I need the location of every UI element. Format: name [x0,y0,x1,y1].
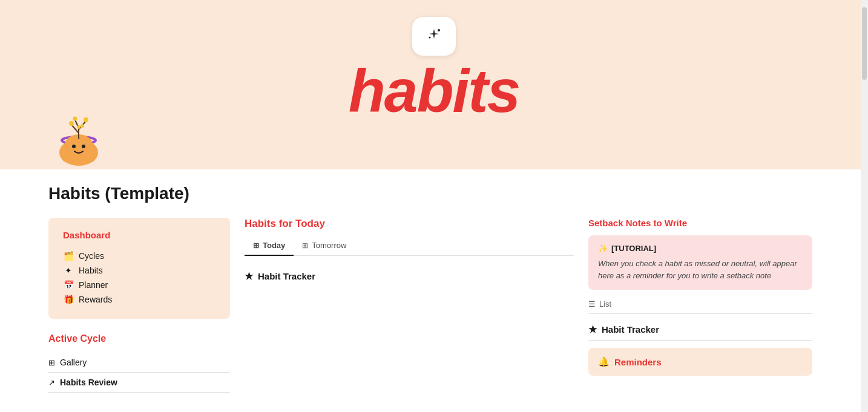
active-cycle-section: Active Cycle ⊞ Gallery ↗ Habits Review [48,331,230,395]
reminders-header: 🔔 Reminders [598,356,803,367]
list-label-text: List [599,299,611,309]
tutorial-card: ✨ [TUTORIAL] When you check a habit as m… [588,235,812,290]
hero-mascot [48,103,109,169]
svg-point-15 [73,117,77,121]
page-content: Habits (Template) Dashboard 🗂️ Cycles ✦ … [0,169,861,412]
planner-icon: 📅 [63,280,74,290]
sparkle-logo-icon [422,25,446,47]
svg-point-17 [81,124,84,128]
center-panel: Habits for Today ⊞ Today ⊞ Tomorrow ★ Ha… [245,218,574,287]
habit-tracker-star-icon: ★ [245,270,253,282]
gallery-label: Gallery [60,358,87,367]
setback-tracker-label: Habit Tracker [602,324,659,335]
tutorial-body: When you check a habit as missed or neut… [598,258,803,281]
reminders-label: Reminders [614,357,662,367]
dashboard-item-rewards[interactable]: 🎁 Rewards [63,292,215,307]
habits-today-title: Habits for Today [245,218,574,230]
logo-bubble [412,17,456,56]
svg-point-7 [72,145,76,148]
tab-tomorrow[interactable]: ⊞ Tomorrow [294,237,355,256]
active-cycle-gallery[interactable]: ⊞ Gallery [48,353,230,373]
svg-point-8 [82,145,85,148]
dashboard-item-cycles[interactable]: 🗂️ Cycles [63,249,215,263]
habit-tracker-row: ★ Habit Tracker [245,266,574,287]
tutorial-header: ✨ [TUTORIAL] [598,244,803,253]
dashboard-item-habits[interactable]: ✦ Habits [63,263,215,278]
gallery-grid-icon: ⊞ [48,358,55,367]
tomorrow-tab-label: Tomorrow [312,241,346,250]
svg-point-14 [84,117,88,122]
dashboard-item-planner[interactable]: 📅 Planner [63,278,215,292]
svg-point-13 [69,121,74,126]
svg-point-2 [429,37,431,39]
reminders-bell-icon: 🔔 [598,356,610,367]
scrollbar-thumb[interactable] [862,7,867,80]
hero-banner: habits [0,0,868,169]
page-title: Habits (Template) [48,184,812,203]
cycles-label: Cycles [79,251,104,261]
hero-title: habits [349,56,519,126]
habits-label: Habits [79,266,103,275]
dashboard-card: Dashboard 🗂️ Cycles ✦ Habits 📅 Planner 🎁… [48,218,230,319]
tutorial-sparkle-icon: ✨ [598,244,608,253]
svg-point-16 [77,125,81,129]
tab-today[interactable]: ⊞ Today [245,237,294,256]
habits-review-label: Habits Review [60,378,117,387]
svg-point-1 [438,29,440,31]
tabs-row: ⊞ Today ⊞ Tomorrow [245,237,574,256]
today-tab-icon: ⊞ [253,241,259,250]
setback-habit-tracker-row: ★ Habit Tracker [588,319,812,341]
scrollbar[interactable] [861,0,868,412]
rewards-label: Rewards [79,295,112,304]
list-icon: ☰ [588,299,596,309]
habit-tracker-label: Habit Tracker [258,271,315,281]
setback-star-icon: ★ [588,324,597,335]
right-panel: Setback Notes to Write ✨ [TUTORIAL] When… [588,218,812,376]
reminders-card[interactable]: 🔔 Reminders [588,348,812,376]
habits-sparkle-icon: ✦ [63,266,74,275]
today-tab-label: Today [263,241,285,250]
cycles-icon: 🗂️ [63,251,74,261]
tutorial-tag: [TUTORIAL] [611,244,656,253]
list-label-row: ☰ List [588,299,812,314]
active-cycle-title: Active Cycle [48,333,230,344]
planner-label: Planner [79,280,108,290]
rewards-icon: 🎁 [63,295,74,304]
left-panel: Dashboard 🗂️ Cycles ✦ Habits 📅 Planner 🎁… [48,218,230,395]
dashboard-section-title: Dashboard [63,230,215,240]
active-cycle-habits-review[interactable]: ↗ Habits Review [48,373,230,393]
list-section: ☰ List ★ Habit Tracker [588,299,812,341]
main-grid: Dashboard 🗂️ Cycles ✦ Habits 📅 Planner 🎁… [48,218,812,395]
tomorrow-tab-icon: ⊞ [302,241,308,250]
habits-review-arrow-icon: ↗ [48,378,55,387]
setback-notes-title: Setback Notes to Write [588,218,812,228]
